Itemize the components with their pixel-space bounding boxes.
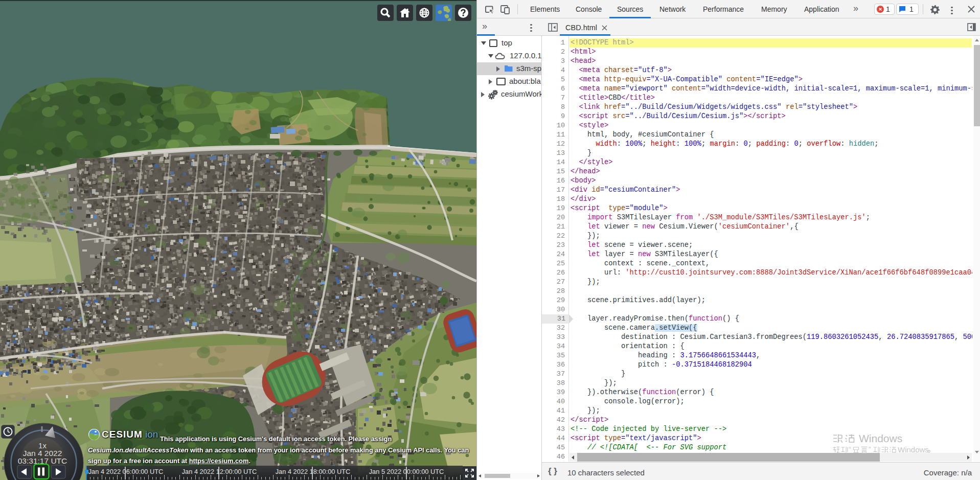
svg-text:Windows: Windows bbox=[898, 445, 929, 454]
svg-text:”: ” bbox=[869, 445, 871, 453]
svg-text:Windows: Windows bbox=[859, 432, 902, 444]
svg-text:“: “ bbox=[849, 445, 851, 453]
